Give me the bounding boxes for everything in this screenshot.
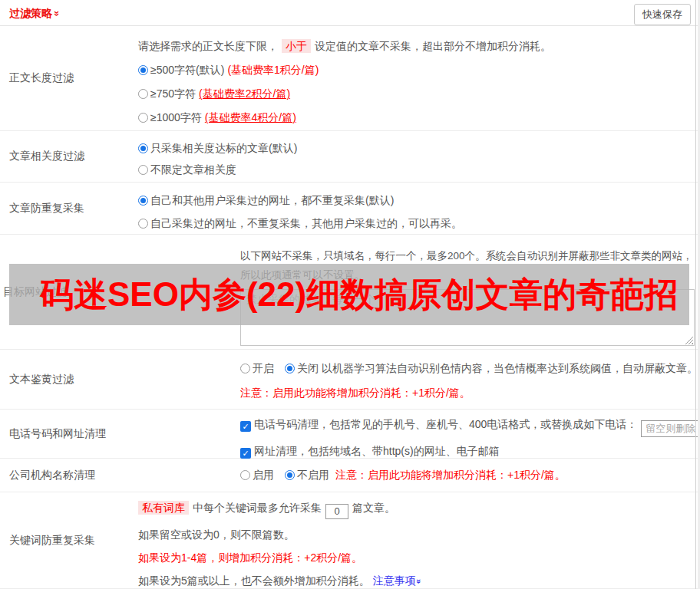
porn-filter-options: 开启关闭 以机器学习算法自动识别色情内容，当色情概率达到系统阈值，自动屏蔽文章。 bbox=[240, 360, 698, 376]
url-clean-label: 网址清理，包括纯域名、带http(s)的网址、电子邮箱 bbox=[254, 445, 500, 457]
page-title[interactable]: 过滤策略» bbox=[9, 7, 60, 21]
option-relevance-any: 不限定文章相关度 bbox=[138, 162, 690, 177]
row-label: 公司机构名称清理 bbox=[0, 459, 240, 492]
row-label: 文章相关度过滤 bbox=[0, 131, 138, 182]
option-500-chars: ≥500字符(默认)(基础费率1积分/篇) bbox=[138, 62, 690, 77]
porn-filter-desc: 以机器学习算法自动识别色情内容，当色情概率达到系统阈值，自动屏蔽文章。 bbox=[322, 362, 698, 374]
row-phone-url-clean: 电话号码和网址清理 电话号码清理，包括常见的手机号、座机号、400电话格式，或替… bbox=[0, 410, 698, 459]
option-label: ≥500字符(默认) bbox=[150, 64, 224, 76]
cost-note: (基础费率2积分/篇) bbox=[199, 87, 290, 100]
cost-note: (基础费率1积分/篇) bbox=[227, 64, 319, 76]
option-dedup-self: 自己采集过的网址，不重复采集，其他用户采集过的，可以再采。 bbox=[138, 216, 690, 231]
max-articles-input[interactable] bbox=[325, 504, 348, 519]
notice-link-text: 注意事项 bbox=[373, 574, 416, 587]
radio-750-chars[interactable] bbox=[138, 89, 148, 99]
content-length-intro: 请选择需求的正文长度下限，小于设定值的文章不采集，超出部分不增加积分消耗。 bbox=[138, 38, 690, 54]
checkbox-url-clean[interactable] bbox=[240, 448, 251, 459]
target-site-desc: 以下网站不采集，只填域名，每行一个，最多200个。系统会自动识别并屏蔽那些非文章… bbox=[240, 246, 695, 285]
notice-link[interactable]: 注意事项» bbox=[373, 574, 421, 587]
row-label: 关键词防重复采集 bbox=[0, 492, 138, 588]
row-label: 文本鉴黄过滤 bbox=[0, 350, 240, 409]
option-label: 关闭 bbox=[297, 362, 319, 374]
option-relevance-default: 只采集相关度达标的文章(默认) bbox=[138, 140, 690, 156]
row-target-site: 目标网站过滤 以下网站不采集，只填域名，每行一个，最多200个。系统会自动识别并… bbox=[0, 235, 698, 350]
intro-highlight: 小于 bbox=[282, 39, 311, 53]
radio-relevance-any[interactable] bbox=[138, 165, 148, 175]
checkbox-phone-clean[interactable] bbox=[240, 421, 251, 432]
keyword-limit-line: 私有词库中每个关键词最多允许采集篇文章。 bbox=[138, 500, 690, 519]
row-keyword-dedup: 关键词防重复采集 私有词库中每个关键词最多允许采集篇文章。 如果留空或设为0，则… bbox=[0, 492, 698, 589]
option-label: 不启用 bbox=[297, 469, 329, 482]
radio-dedup-self[interactable] bbox=[138, 219, 148, 229]
radio-1000-chars[interactable] bbox=[138, 113, 148, 123]
cost-note: (基础费率4积分/篇) bbox=[205, 111, 296, 123]
phone-clean-label: 电话号码清理，包括常见的手机号、座机号、400电话格式，或替换成如下电话： bbox=[254, 418, 637, 430]
replacement-phone-input[interactable] bbox=[641, 420, 700, 437]
radio-relevance-default[interactable] bbox=[138, 143, 148, 153]
intro-pre: 请选择需求的正文长度下限， bbox=[138, 40, 278, 52]
quick-save-button[interactable]: 快速保存 bbox=[634, 4, 691, 25]
phone-clean-line: 电话号码清理，包括常见的手机号、座机号、400电话格式，或替换成如下电话： bbox=[240, 416, 700, 437]
chevron-down-icon: » bbox=[411, 578, 427, 583]
option-label: 不限定文章相关度 bbox=[150, 163, 236, 176]
chevron-down-icon: » bbox=[51, 11, 63, 16]
keyword-limit-text: 中每个关键词最多允许采集 bbox=[193, 502, 322, 514]
keyword-note-cost: 如果设为1-4篇，则增加积分消耗：+2积分/篇。 bbox=[138, 550, 690, 565]
row-article-dedup: 文章防重复采集 自己和其他用户采集过的网址，都不重复采集(默认) 自己采集过的网… bbox=[0, 183, 698, 235]
company-clean-note: 注意：启用此功能将增加积分消耗：+1积分/篇。 bbox=[335, 469, 566, 482]
option-1000-chars: ≥1000字符(基础费率4积分/篇) bbox=[138, 110, 690, 125]
row-porn-filter: 文本鉴黄过滤 开启关闭 以机器学习算法自动识别色情内容，当色情概率达到系统阈值，… bbox=[0, 350, 698, 410]
row-label: 正文长度过滤 bbox=[0, 26, 138, 130]
page-header: 过滤策略» 快速保存 bbox=[0, 0, 698, 26]
row-label: 文章防重复采集 bbox=[0, 183, 138, 234]
option-label: 自己和其他用户采集过的网址，都不重复采集(默认) bbox=[150, 194, 394, 206]
option-750-chars: ≥750字符(基础费率2积分/篇) bbox=[138, 86, 690, 101]
keyword-limit-suffix: 篇文章。 bbox=[352, 502, 395, 514]
row-company-clean: 公司机构名称清理 启用不启用 注意：启用此功能将增加积分消耗：+1积分/篇。 bbox=[0, 459, 698, 492]
porn-filter-note: 注意：启用此功能将增加积分消耗：+1积分/篇。 bbox=[240, 385, 698, 400]
row-label: 电话号码和网址清理 bbox=[0, 410, 240, 458]
option-label: 开启 bbox=[253, 362, 274, 374]
blocked-domains-textarea[interactable] bbox=[240, 289, 695, 346]
radio-porn-off[interactable] bbox=[285, 364, 295, 373]
radio-dedup-all[interactable] bbox=[138, 196, 148, 206]
option-dedup-all: 自己和其他用户采集过的网址，都不重复采集(默认) bbox=[138, 192, 690, 208]
row-relevance: 文章相关度过滤 只采集相关度达标的文章(默认) 不限定文章相关度 bbox=[0, 131, 698, 183]
page-title-text: 过滤策略 bbox=[9, 7, 52, 19]
keyword-note-five-text: 如果设为5篇或以上，也不会额外增加积分消耗。 bbox=[138, 574, 370, 587]
radio-porn-on[interactable] bbox=[240, 364, 250, 373]
url-clean-line: 网址清理，包括纯域名、带http(s)的网址、电子邮箱 bbox=[240, 443, 700, 459]
private-lexicon-badge: 私有词库 bbox=[138, 501, 189, 515]
option-label: ≥750字符 bbox=[150, 87, 196, 100]
option-label: ≥1000字符 bbox=[150, 111, 202, 123]
radio-500-chars[interactable] bbox=[138, 65, 148, 75]
keyword-note-zero: 如果留空或设为0，则不限篇数。 bbox=[138, 527, 690, 542]
row-label: 目标网站过滤 bbox=[0, 235, 240, 349]
right-edge-divider bbox=[695, 0, 696, 589]
radio-company-on[interactable] bbox=[240, 470, 250, 480]
keyword-note-five: 如果设为5篇或以上，也不会额外增加积分消耗。 注意事项» bbox=[138, 573, 690, 589]
row-content-length: 正文长度过滤 请选择需求的正文长度下限，小于设定值的文章不采集，超出部分不增加积… bbox=[0, 26, 698, 131]
intro-post: 设定值的文章不采集，超出部分不增加积分消耗。 bbox=[315, 40, 551, 52]
option-label: 只采集相关度达标的文章(默认) bbox=[150, 142, 297, 154]
option-label: 启用 bbox=[253, 469, 274, 482]
radio-company-off[interactable] bbox=[285, 470, 295, 480]
filter-strategy-page: 过滤策略» 快速保存 正文长度过滤 请选择需求的正文长度下限，小于设定值的文章不… bbox=[0, 0, 700, 589]
option-label: 自己采集过的网址，不重复采集，其他用户采集过的，可以再采。 bbox=[150, 217, 462, 229]
